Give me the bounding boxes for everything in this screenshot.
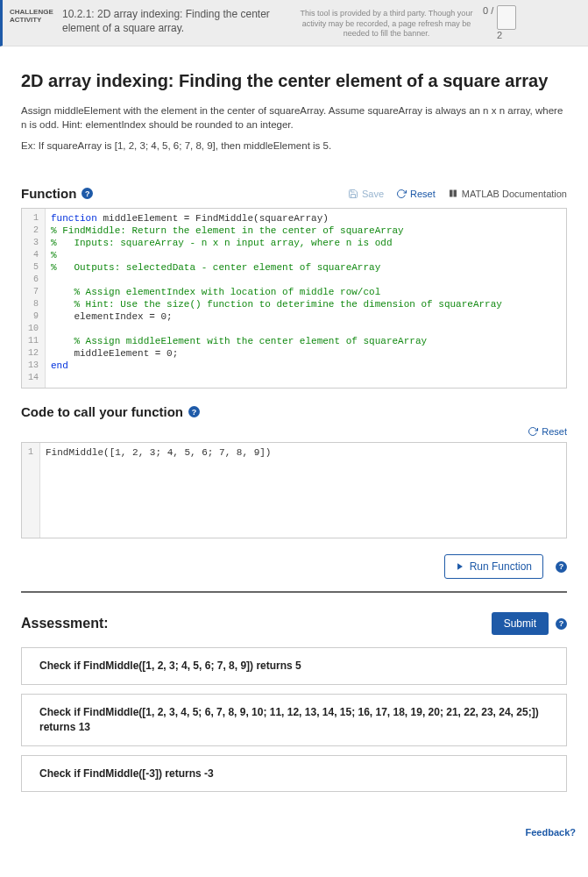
page-title: 2D array indexing: Finding the center el… (21, 71, 567, 91)
assessment-checks: Check if FindMiddle([1, 2, 3; 4, 5, 6; 7… (21, 647, 567, 792)
feedback-link[interactable]: Feedback? (0, 816, 588, 848)
score-denominator: 2 (497, 30, 502, 40)
reset-icon (396, 189, 407, 199)
assessment-check-item[interactable]: Check if FindMiddle([-3]) returns -3 (21, 755, 567, 793)
line-gutter: 1234567891011121314 (22, 209, 46, 388)
banner-note: This tool is provided by a third party. … (299, 5, 474, 39)
code-area[interactable]: function middleElement = FindMiddle(squa… (46, 209, 507, 388)
banner-title: 10.2.1: 2D array indexing: Finding the c… (62, 5, 290, 35)
help-icon[interactable]: ? (81, 188, 93, 199)
play-icon (456, 562, 464, 571)
assessment-check-item[interactable]: Check if FindMiddle([1, 2, 3; 4, 5, 6; 7… (21, 647, 567, 685)
code-area[interactable]: FindMiddle([1, 2, 3; 4, 5, 6; 7, 8, 9]) (40, 443, 276, 538)
book-icon (448, 189, 458, 199)
reset-icon (528, 426, 538, 437)
example-text: Ex: If squareArray is [1, 2, 3; 4, 5, 6;… (21, 140, 567, 151)
call-header: Code to call your function ? (21, 404, 567, 419)
function-header: Function ? Save Reset MATLAB Documentati… (21, 186, 567, 201)
matlab-docs-button[interactable]: MATLAB Documentation (448, 189, 567, 199)
call-reset-button[interactable]: Reset (528, 426, 567, 437)
line-gutter: 1 (22, 443, 40, 538)
call-editor[interactable]: 1 FindMiddle([1, 2, 3; 4, 5, 6; 7, 8, 9]… (21, 442, 567, 538)
description: Assign middleElement with the element in… (21, 103, 567, 132)
call-title: Code to call your function (21, 404, 183, 419)
main-content: 2D array indexing: Finding the center el… (0, 46, 588, 816)
assessment-check-item[interactable]: Check if FindMiddle([1, 2, 3, 4, 5; 6, 7… (21, 694, 567, 746)
challenge-activity-label: CHALLENGE ACTIVITY (10, 5, 53, 25)
help-icon[interactable]: ? (188, 406, 200, 417)
run-function-button[interactable]: Run Function (444, 554, 543, 579)
assessment-header: Assessment: Submit ? (21, 612, 567, 635)
score-box-icon (497, 5, 516, 30)
reset-button[interactable]: Reset (396, 189, 436, 199)
top-banner: CHALLENGE ACTIVITY 10.2.1: 2D array inde… (0, 0, 588, 46)
score-panel: 0 / 2 (483, 5, 516, 40)
score-numerator: 0 / (483, 5, 493, 16)
assessment-title: Assessment: (21, 616, 109, 631)
save-icon (348, 189, 358, 199)
help-icon[interactable]: ? (556, 618, 567, 630)
submit-button[interactable]: Submit (492, 612, 549, 635)
svg-marker-0 (457, 563, 463, 570)
save-button[interactable]: Save (348, 189, 384, 199)
separator (21, 591, 567, 593)
function-title: Function (21, 186, 76, 201)
help-icon[interactable]: ? (556, 561, 567, 573)
function-editor[interactable]: 1234567891011121314 function middleEleme… (21, 208, 567, 389)
